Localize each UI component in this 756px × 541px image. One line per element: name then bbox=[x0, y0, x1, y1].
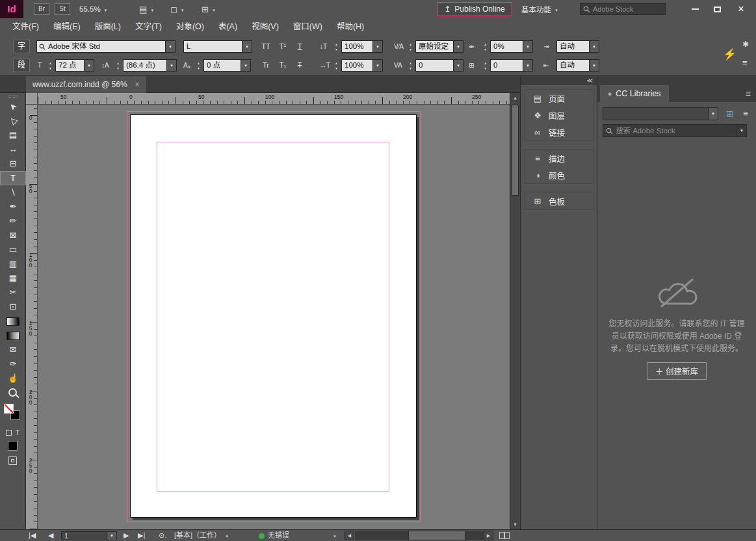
chevron-down-icon[interactable] bbox=[84, 60, 94, 71]
panel-tab-color[interactable]: ◑ 颜色 bbox=[525, 166, 593, 183]
panel-tab-links[interactable]: ∞ 链接 bbox=[525, 124, 593, 140]
formatting-text-button[interactable]: T bbox=[16, 429, 20, 436]
note-tool[interactable]: ✉ bbox=[0, 343, 26, 357]
tab-close-icon[interactable]: × bbox=[135, 80, 140, 89]
baseline-shift-combo[interactable]: 0 点 bbox=[203, 59, 251, 72]
scroll-right-icon[interactable]: ▶ bbox=[484, 531, 493, 540]
horizontal-scale-stepper[interactable] bbox=[333, 59, 340, 72]
pasteboard[interactable] bbox=[38, 105, 510, 529]
horizontal-scrollbar[interactable] bbox=[355, 531, 484, 540]
panel-tab-stroke[interactable]: ≡ 描边 bbox=[525, 150, 593, 166]
publish-online-button[interactable]: ↥ Publish Online bbox=[437, 2, 512, 16]
kerning-stepper[interactable] bbox=[407, 40, 414, 53]
screen-mode-button[interactable] bbox=[8, 456, 17, 465]
tracking-stepper[interactable] bbox=[407, 59, 414, 72]
chevron-down-icon[interactable] bbox=[523, 41, 532, 52]
menu-type[interactable]: 文字(T) bbox=[128, 18, 169, 36]
document-tab[interactable]: www.uzzf.com.indd @ 56% × bbox=[26, 76, 146, 93]
kerning-combo[interactable]: 原始设定 bbox=[415, 40, 463, 53]
menu-table[interactable]: 表(A) bbox=[211, 18, 244, 36]
vertical-ruler[interactable]: 0 50 100 150 200 250 bbox=[26, 105, 38, 529]
preflight-profile[interactable]: [基本]（工作） bbox=[174, 530, 229, 541]
create-library-button[interactable]: ＋ 创建新库 bbox=[647, 362, 707, 380]
subscript-button[interactable]: T₁ bbox=[276, 59, 290, 72]
cc-search-input[interactable] bbox=[616, 127, 734, 135]
close-button[interactable]: × bbox=[728, 0, 754, 18]
zoom-tool[interactable] bbox=[0, 386, 26, 400]
stock-button[interactable]: St bbox=[55, 3, 70, 15]
grid-jidori-stepper[interactable] bbox=[482, 59, 489, 72]
formatting-container-button[interactable] bbox=[6, 430, 12, 436]
menu-layout[interactable]: 版面(L) bbox=[88, 18, 128, 36]
menu-window[interactable]: 窗口(W) bbox=[286, 18, 330, 36]
preflight-icon[interactable]: ⊙. bbox=[159, 530, 166, 541]
scroll-left-icon[interactable]: ◀ bbox=[345, 531, 354, 540]
chevron-down-icon[interactable] bbox=[589, 60, 599, 71]
leading-combo[interactable]: (86.4 点) bbox=[123, 59, 177, 72]
gear-icon[interactable]: ✱ bbox=[742, 40, 749, 49]
workspace-switcher[interactable]: 基本功能 bbox=[521, 3, 558, 15]
horizontal-grid-tool[interactable]: ▥ bbox=[0, 257, 26, 271]
baseline-shift-stepper[interactable] bbox=[195, 59, 202, 72]
tracking-combo[interactable]: 0 bbox=[415, 59, 463, 72]
last-page-button[interactable]: ▶| bbox=[138, 530, 145, 541]
chevron-down-icon[interactable] bbox=[372, 60, 382, 71]
scroll-down-icon[interactable]: ▼ bbox=[510, 520, 520, 529]
font-family-combo[interactable]: Adobe 宋体 Std bbox=[36, 40, 176, 53]
vertical-scrollbar[interactable]: ▲ ▼ bbox=[510, 93, 520, 529]
ruler-origin-box[interactable] bbox=[26, 93, 38, 105]
chevron-down-icon[interactable] bbox=[589, 41, 599, 52]
font-size-combo[interactable]: 72 点 bbox=[55, 59, 94, 72]
character-formatting-button[interactable]: 字 bbox=[13, 40, 30, 53]
space-after-char-combo[interactable]: 自动 bbox=[556, 59, 599, 72]
eyedropper-tool[interactable]: ✑ bbox=[0, 357, 26, 371]
superscript-button[interactable]: T¹ bbox=[276, 40, 290, 53]
paragraph-formatting-button[interactable]: 段 bbox=[13, 59, 30, 72]
leading-stepper[interactable] bbox=[114, 59, 122, 72]
space-before-char-combo[interactable]: 自动 bbox=[556, 40, 599, 53]
proportional-spacing-combo[interactable]: 0% bbox=[490, 40, 533, 53]
line-tool[interactable]: ∖ bbox=[0, 185, 26, 200]
cc-panel-menu-icon[interactable]: ≡ bbox=[746, 88, 751, 99]
pen-tool[interactable]: ✒ bbox=[0, 200, 26, 214]
first-page-button[interactable]: |◀ bbox=[29, 530, 36, 541]
cc-libraries-tab[interactable]: ◈ CC Libraries bbox=[600, 85, 669, 102]
free-transform-tool[interactable]: ⊡ bbox=[0, 300, 26, 314]
gradient-swatch-tool[interactable] bbox=[0, 314, 26, 328]
scroll-up-icon[interactable]: ▲ bbox=[510, 93, 520, 103]
list-view-icon[interactable]: ≡ bbox=[739, 107, 752, 120]
chevron-down-icon[interactable] bbox=[523, 60, 532, 71]
menu-help[interactable]: 帮助(H) bbox=[330, 18, 371, 36]
chevron-down-icon[interactable] bbox=[107, 532, 116, 540]
maximize-button[interactable] bbox=[706, 0, 728, 18]
menu-object[interactable]: 对象(O) bbox=[169, 18, 211, 36]
chevron-down-icon[interactable] bbox=[453, 60, 463, 71]
underline-button[interactable]: T bbox=[293, 40, 307, 53]
panel-tab-swatches[interactable]: ⊞ 色板 bbox=[525, 192, 593, 209]
cc-search-field[interactable] bbox=[603, 124, 747, 137]
horizontal-scroll-thumb[interactable] bbox=[408, 531, 465, 540]
zoom-level-dropdown[interactable]: 55.5% bbox=[79, 3, 108, 15]
previous-page-button[interactable]: ◀ bbox=[48, 530, 53, 541]
chevron-down-icon[interactable] bbox=[736, 125, 746, 137]
proportional-spacing-stepper[interactable] bbox=[482, 40, 489, 53]
menu-view[interactable]: 视图(V) bbox=[244, 18, 286, 36]
chevron-down-icon[interactable] bbox=[708, 108, 718, 120]
font-style-combo[interactable]: L bbox=[183, 40, 252, 53]
chevron-down-icon[interactable] bbox=[165, 41, 175, 52]
next-page-button[interactable]: ▶ bbox=[124, 530, 129, 541]
chevron-down-icon[interactable] bbox=[166, 60, 176, 71]
all-caps-button[interactable]: TT bbox=[259, 40, 273, 53]
rectangle-frame-tool[interactable]: ⊠ bbox=[0, 228, 26, 243]
minimize-button[interactable] bbox=[684, 0, 706, 18]
type-tool[interactable]: T bbox=[0, 171, 26, 185]
preflight-menu-arrow[interactable] bbox=[329, 530, 337, 541]
apply-color-button[interactable] bbox=[8, 441, 18, 451]
panel-tab-layers[interactable]: ❖ 图层 bbox=[525, 107, 593, 124]
vertical-grid-tool[interactable]: ▦ bbox=[0, 271, 26, 285]
arrange-documents-dropdown[interactable]: ⊞ bbox=[202, 3, 216, 15]
page-number-combo[interactable]: 1 bbox=[61, 531, 117, 540]
scissors-tool[interactable]: ✂ bbox=[0, 285, 26, 300]
fill-swatch[interactable] bbox=[4, 404, 14, 414]
adobe-stock-search[interactable] bbox=[580, 3, 666, 15]
